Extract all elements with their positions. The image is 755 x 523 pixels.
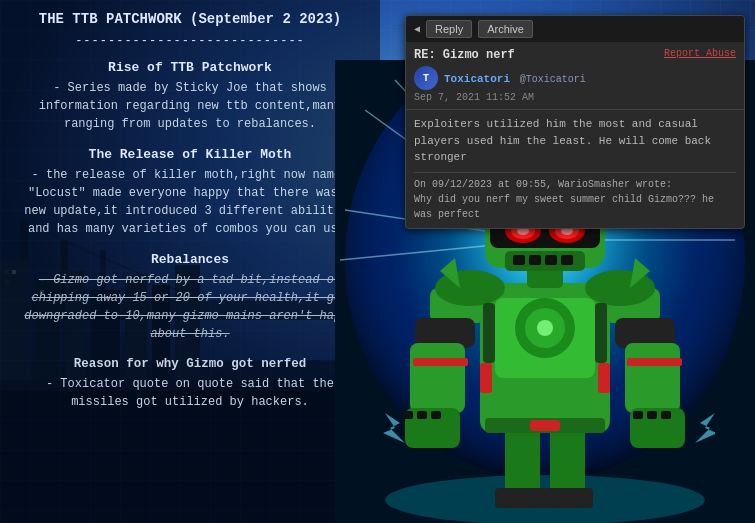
section-rebalances-body: - Gizmo got nerfed by a tad bit,instead … — [15, 271, 365, 343]
svg-rect-81 — [561, 255, 573, 265]
main-title: THE TTB PATCHWORK (September 2 2023) — [15, 10, 365, 30]
sender-row: T Toxicatori @Toxicatori — [414, 66, 736, 90]
email-toolbar: ◀ Reply Archive — [406, 16, 744, 42]
archive-button[interactable]: Archive — [478, 20, 533, 38]
svg-rect-58 — [647, 411, 657, 419]
svg-rect-59 — [661, 411, 671, 419]
sender-info: Toxicatori @Toxicatori — [444, 69, 586, 87]
svg-rect-48 — [410, 343, 465, 413]
email-subject: RE: Gizmo nerf — [414, 48, 515, 62]
title-underline: ---------------------------- — [15, 34, 365, 48]
email-quote: On 09/12/2023 at 09:55, WarioSmasher wro… — [414, 172, 736, 222]
email-header: RE: Gizmo nerf Report Abuse T Toxicatori… — [406, 42, 744, 110]
svg-rect-61 — [627, 358, 682, 366]
svg-rect-60 — [413, 358, 468, 366]
section-killermoth-body: - the release of killer moth,right now n… — [15, 166, 365, 238]
svg-rect-50 — [403, 411, 413, 419]
svg-rect-84 — [480, 363, 492, 393]
root-container: THE TTB PATCHWORK (September 2 2023) ---… — [0, 0, 755, 523]
svg-rect-52 — [431, 411, 441, 419]
svg-rect-37 — [495, 488, 545, 508]
sender-handle: @Toxicatori — [520, 74, 586, 85]
reply-button[interactable]: Reply — [426, 20, 472, 38]
section-reason-body: - Toxicator quote on quote said that the… — [15, 375, 365, 411]
email-main-text: Exploiters utilized him the most and cas… — [414, 116, 736, 166]
svg-rect-51 — [417, 411, 427, 419]
section-killermoth-title: The Release of Killer Moth — [15, 147, 365, 162]
svg-rect-78 — [513, 255, 525, 265]
email-timestamp: Sep 7, 2021 11:52 AM — [414, 92, 736, 103]
svg-point-43 — [537, 320, 553, 336]
svg-rect-80 — [545, 255, 557, 265]
email-body: Exploiters utilized him the most and cas… — [406, 110, 744, 228]
svg-rect-55 — [625, 343, 680, 413]
svg-rect-87 — [595, 303, 607, 363]
svg-rect-38 — [543, 488, 593, 508]
quote-intro: On 09/12/2023 at 09:55, WarioSmasher wro… — [414, 177, 736, 192]
svg-marker-88 — [383, 413, 405, 443]
svg-marker-89 — [695, 413, 715, 443]
sender-avatar: T — [414, 66, 438, 90]
sender-name: Toxicatori — [444, 73, 510, 85]
svg-rect-85 — [598, 363, 610, 393]
left-panel: THE TTB PATCHWORK (September 2 2023) ---… — [0, 0, 380, 523]
section-rise-body: - Series made by Sticky Joe that shows i… — [15, 79, 365, 133]
svg-rect-45 — [530, 420, 560, 431]
svg-rect-79 — [529, 255, 541, 265]
section-reason-title: Reason for why Gizmo got nerfed — [15, 357, 365, 371]
report-abuse-link[interactable]: Report Abuse — [664, 48, 736, 59]
section-rebalances-title: Rebalances — [15, 252, 365, 267]
svg-rect-86 — [483, 303, 495, 363]
reply-icon: ◀ — [414, 23, 420, 35]
email-popup: ◀ Reply Archive RE: Gizmo nerf Report Ab… — [405, 15, 745, 229]
section-rise-title: Rise of TTB Patchwork — [15, 60, 365, 75]
svg-rect-57 — [633, 411, 643, 419]
quote-text: Why did you nerf my sweet summer child G… — [414, 192, 736, 222]
